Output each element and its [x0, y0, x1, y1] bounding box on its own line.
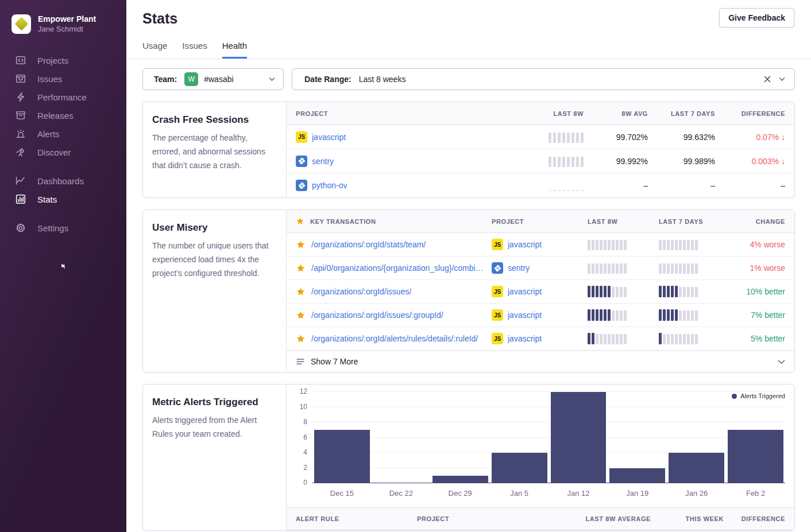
table-row: /organizations/:orgId/issues/:groupId/ J…	[287, 304, 794, 327]
clear-icon[interactable]	[764, 76, 771, 83]
projects-icon	[16, 55, 26, 65]
project-link[interactable]: javascript	[508, 310, 542, 320]
x-axis-label: Dec 15	[312, 489, 372, 498]
project-link[interactable]: javascript	[312, 133, 346, 142]
table-row: /api/0/organizations/{organization_slug}…	[287, 257, 794, 280]
x-axis-label: Dec 29	[431, 489, 490, 498]
panel-title: Crash Free Sessions	[152, 114, 277, 126]
give-feedback-button[interactable]: Give Feedback	[719, 8, 794, 28]
col-difference: DIFFERENCE	[731, 515, 785, 522]
sidebar-item-performance[interactable]: Performance	[0, 88, 126, 106]
chevron-down-icon[interactable]	[779, 77, 785, 81]
releases-icon	[16, 110, 26, 121]
star-icon[interactable]	[296, 334, 306, 344]
x-axis-label: Jan 12	[549, 489, 608, 498]
sparkline-last-8w	[588, 286, 652, 297]
chevron-down-icon[interactable]	[778, 359, 785, 364]
javascript-project-icon: JS	[492, 286, 503, 297]
org-logo	[11, 14, 31, 34]
col-project: PROJECT	[492, 218, 581, 225]
project-link[interactable]: sentry	[508, 263, 530, 273]
sidebar-item-issues[interactable]: Issues	[0, 69, 126, 88]
date-range-value: Last 8 weeks	[359, 75, 406, 84]
alerts-triggered-bar-chart: Alerts Triggered 024681012Dec 15Dec 22De…	[287, 385, 794, 507]
tabs: Usage Issues Health	[142, 41, 795, 59]
project-link[interactable]: javascript	[508, 334, 542, 343]
star-icon	[296, 217, 304, 226]
sparkline-last-8w	[549, 180, 584, 191]
x-axis-label: Feb 2	[726, 489, 785, 498]
team-value: #wasabi	[204, 75, 233, 84]
table-row: /organizations/:orgId/issues/ JSjavascri…	[287, 280, 794, 304]
table-row: sentry 99.992% 99.989% 0.003% ↓	[287, 149, 794, 173]
sidebar-item-label: Alerts	[37, 129, 59, 139]
page-title: Stats	[142, 0, 795, 27]
sidebar-item-label: Releases	[37, 111, 74, 121]
transaction-link[interactable]: /organizations/:orgId/stats/team/	[311, 240, 426, 249]
sidebar-item-projects[interactable]: Projects	[0, 51, 126, 69]
col-last-7-days: LAST 7 DAYS	[659, 218, 723, 225]
transaction-link[interactable]: /organizations/:orgId/issues/:groupId/	[311, 310, 443, 320]
javascript-project-icon: JS	[492, 309, 503, 321]
8w-avg-value: 99.992%	[590, 157, 648, 166]
sparkline-last-8w	[549, 131, 584, 143]
chart-bar[interactable]	[669, 453, 724, 483]
change-value: 10% better	[730, 287, 785, 296]
chart-bar[interactable]	[314, 430, 370, 483]
chevron-down-icon	[269, 77, 275, 81]
tab-issues[interactable]: Issues	[182, 41, 207, 59]
difference-value: 0.07% ↓	[722, 133, 785, 142]
col-last-7-days: LAST 7 DAYS	[655, 110, 715, 117]
change-value: 1% worse	[730, 263, 785, 273]
transaction-link[interactable]: /organizations/:orgId/alerts/rules/detai…	[311, 334, 478, 343]
col-last-8w: LAST 8W	[509, 110, 584, 117]
8w-avg-value: 99.702%	[590, 133, 648, 142]
last-7-days-value: 99.989%	[655, 157, 715, 166]
date-range-select[interactable]: Date Range: Last 8 weeks	[292, 68, 795, 90]
crash-free-sessions-panel: Crash Free Sessions The percentage of he…	[142, 102, 795, 198]
col-project: PROJECT	[417, 515, 549, 522]
chart-bar[interactable]	[432, 476, 488, 483]
filter-bar: Team: W #wasabi Date Range: Last 8 weeks	[142, 68, 795, 90]
chart-bar[interactable]	[728, 430, 783, 483]
col-alert-rule: ALERT RULE	[296, 515, 410, 522]
last-7-days-value: –	[655, 181, 715, 190]
change-value: 5% better	[730, 334, 785, 343]
show-more-row[interactable]: Show 7 More	[287, 351, 794, 372]
col-project: PROJECT	[296, 110, 502, 117]
project-link[interactable]: python-ov	[312, 181, 347, 190]
org-switcher[interactable]: Empower Plant Jane Schmidt	[0, 0, 126, 34]
performance-icon	[16, 92, 26, 102]
transaction-link[interactable]: /api/0/organizations/{organization_slug}…	[311, 263, 485, 273]
sparkline-last-8w	[588, 239, 652, 250]
col-last-8w: LAST 8W	[588, 218, 652, 225]
issues-icon	[16, 73, 26, 84]
panel-title: User Misery	[152, 222, 277, 234]
page-header: Stats Give Feedback Usage Issues Health	[126, 0, 811, 59]
sparkline-last-8w	[549, 156, 584, 167]
sidebar-item-releases[interactable]: Releases	[0, 106, 126, 125]
table-row: JSjavascript 99.702% 99.632% 0.07% ↓	[287, 125, 794, 149]
star-icon[interactable]	[296, 287, 306, 297]
sparkline-last-7-days	[659, 309, 723, 321]
project-link[interactable]: javascript	[508, 240, 542, 249]
sparkline-last-7-days	[659, 239, 723, 250]
chart-bar[interactable]	[551, 392, 607, 483]
tab-health[interactable]: Health	[222, 41, 247, 59]
star-icon[interactable]	[296, 310, 306, 320]
change-value: 7% better	[730, 310, 785, 320]
star-icon[interactable]	[296, 263, 306, 273]
project-link[interactable]: javascript	[508, 287, 542, 296]
list-icon	[296, 357, 305, 366]
chart-bar[interactable]	[492, 453, 547, 483]
col-difference: DIFFERENCE	[722, 110, 785, 117]
col-8w-avg: 8W AVG	[590, 110, 648, 117]
team-select[interactable]: Team: W #wasabi	[142, 68, 284, 90]
tab-usage[interactable]: Usage	[142, 41, 167, 59]
javascript-project-icon: JS	[492, 239, 503, 250]
star-icon[interactable]	[296, 240, 306, 250]
transaction-link[interactable]: /organizations/:orgId/issues/	[311, 287, 411, 296]
chart-bar[interactable]	[609, 468, 665, 483]
project-link[interactable]: sentry	[312, 157, 334, 166]
date-range-label: Date Range:	[304, 75, 352, 84]
